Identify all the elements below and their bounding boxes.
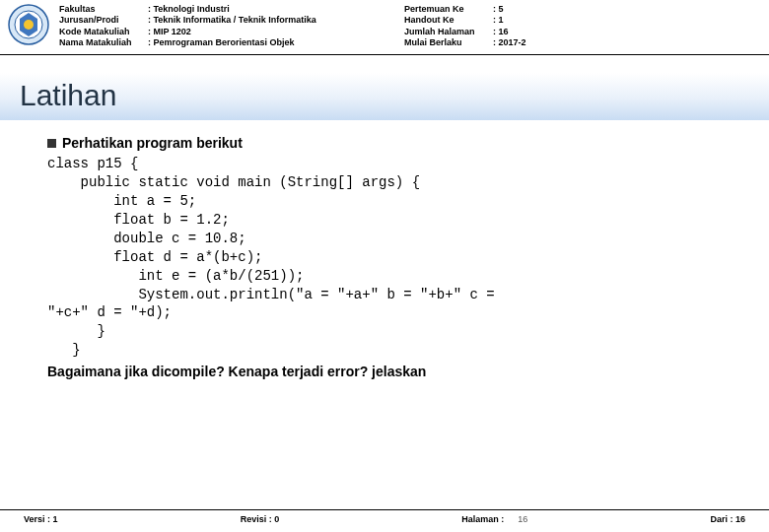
hdr-label: Nama Matakuliah — [59, 37, 148, 48]
code-block: class p15 { public static void main (Str… — [47, 155, 732, 360]
footer-dari: Dari : 16 — [710, 514, 745, 524]
hdr-value: : 2017-2 — [493, 37, 552, 48]
hdr-label: Jurusan/Prodi — [59, 15, 148, 26]
hdr-value: : Teknik Informatika / Teknik Informatik… — [148, 15, 404, 26]
hdr-value: : Pemrograman Berorientasi Objek — [148, 37, 404, 48]
section-title: Latihan — [20, 79, 116, 111]
content: Perhatikan program berikut class p15 { p… — [0, 134, 769, 379]
question-text: Bagaimana jika dicompile? Kenapa terjadi… — [47, 364, 732, 379]
bullet-text: Perhatikan program berikut — [62, 135, 243, 151]
institution-logo — [8, 4, 49, 45]
hdr-value: : 5 — [493, 4, 552, 15]
footer-versi: Versi : 1 — [24, 514, 58, 524]
hdr-label: Pertemuan Ke — [404, 4, 493, 15]
hdr-label: Jumlah Halaman — [404, 27, 493, 37]
hdr-value: : Teknologi Industri — [148, 4, 404, 15]
footer-halaman: Halaman : 16 — [461, 514, 527, 524]
section-title-band: Latihan — [0, 73, 769, 120]
bullet-line: Perhatikan program berikut — [47, 134, 732, 151]
svg-point-2 — [24, 20, 34, 30]
hdr-value: : 16 — [493, 27, 552, 37]
bullet-square-icon — [47, 139, 56, 148]
hdr-label: Kode Matakuliah — [59, 27, 148, 37]
header-columns: Fakultas Jurusan/Prodi Kode Matakuliah N… — [59, 4, 761, 48]
hdr-value: : 1 — [493, 15, 552, 26]
hdr-label: Mulai Berlaku — [404, 37, 493, 48]
footer: Versi : 1 Revisi : 0 Halaman : 16 Dari :… — [0, 509, 769, 524]
hdr-label: Handout Ke — [404, 15, 493, 26]
hdr-value: : MIP 1202 — [148, 27, 404, 37]
footer-revisi: Revisi : 0 — [241, 514, 280, 524]
hdr-label: Fakultas — [59, 4, 148, 15]
header: Fakultas Jurusan/Prodi Kode Matakuliah N… — [0, 0, 769, 55]
